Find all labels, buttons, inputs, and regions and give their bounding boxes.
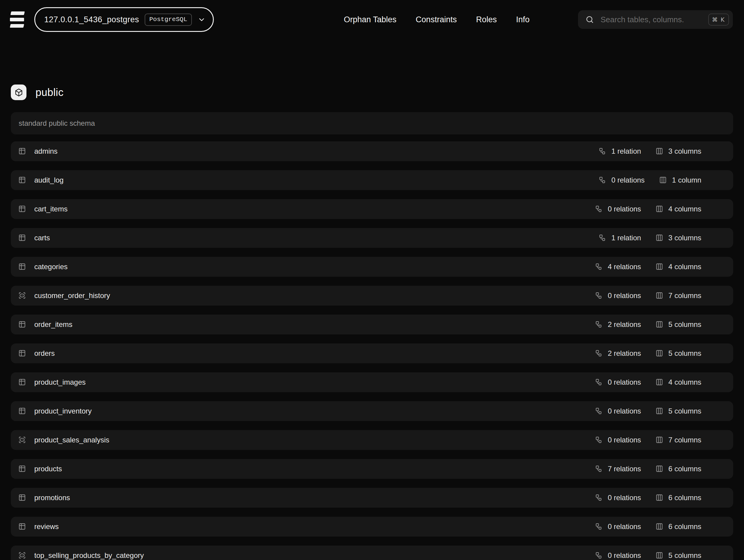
columns-stat: 6 columns: [656, 465, 701, 473]
table-row[interactable]: order_items 2 relations 5 columns: [11, 314, 733, 334]
table-icon: [18, 378, 26, 386]
columns-count: 3 columns: [669, 147, 701, 155]
cube-icon: [14, 88, 24, 97]
columns-icon: [656, 349, 663, 357]
row-stats: 0 relations 1 column: [598, 176, 701, 184]
nav-constraints[interactable]: Constraints: [416, 15, 457, 24]
nav-info[interactable]: Info: [516, 15, 530, 24]
table-row[interactable]: admins 1 relation 3 columns: [11, 141, 733, 161]
columns-count: 5 columns: [669, 349, 701, 358]
table-row[interactable]: reviews 0 relations 6 columns: [11, 517, 733, 536]
table-icon: [18, 523, 26, 530]
table-row[interactable]: carts 1 relation 3 columns: [11, 228, 733, 248]
table-icon: [18, 465, 26, 473]
table-row[interactable]: orders 2 relations 5 columns: [11, 343, 733, 363]
search-input[interactable]: Search tables, columns. ⌘ K: [578, 10, 733, 29]
table-name: audit_log: [34, 176, 64, 184]
relations-count: 7 relations: [608, 465, 641, 473]
relations-icon: [595, 552, 602, 559]
relations-stat: 0 relations: [598, 176, 645, 184]
columns-count: 6 columns: [669, 493, 701, 502]
menu-icon: [10, 24, 24, 28]
connection-selector[interactable]: 127.0.0.1_5436_postgres PostgreSQL: [34, 7, 214, 32]
row-stats: 2 relations 5 columns: [595, 320, 701, 329]
table-row[interactable]: promotions 0 relations 6 columns: [11, 488, 733, 508]
columns-stat: 3 columns: [656, 234, 701, 242]
relations-stat: 0 relations: [595, 205, 641, 213]
row-stats: 0 relations 7 columns: [595, 291, 701, 300]
top-bar: 127.0.0.1_5436_postgres PostgreSQL Orpha…: [0, 0, 744, 39]
table-row[interactable]: cart_items 0 relations 4 columns: [11, 199, 733, 219]
table-row[interactable]: product_sales_analysis 0 relations 7 col…: [11, 430, 733, 450]
relations-icon: [598, 176, 606, 184]
table-name: order_items: [34, 320, 72, 329]
relations-count: 0 relations: [608, 551, 641, 560]
relations-count: 0 relations: [608, 522, 641, 531]
table-row[interactable]: customer_order_history 0 relations 7 col…: [11, 286, 733, 306]
relations-stat: 0 relations: [595, 436, 641, 444]
table-icon: [18, 147, 26, 155]
nav-roles[interactable]: Roles: [476, 15, 497, 24]
row-stats: 1 relation 3 columns: [598, 234, 701, 242]
columns-stat: 4 columns: [656, 378, 701, 386]
columns-count: 4 columns: [669, 263, 701, 271]
row-stats: 0 relations 4 columns: [595, 205, 701, 213]
relations-count: 2 relations: [608, 320, 641, 329]
menu-icon: [10, 18, 24, 21]
relations-icon: [595, 523, 602, 530]
schema-badge[interactable]: [11, 84, 27, 100]
columns-stat: 5 columns: [656, 551, 701, 560]
table-name: cart_items: [34, 205, 68, 213]
search-placeholder: Search tables, columns.: [601, 15, 702, 24]
columns-icon: [656, 205, 663, 213]
row-stats: 0 relations 5 columns: [595, 551, 701, 560]
row-stats: 0 relations 6 columns: [595, 493, 701, 502]
columns-count: 4 columns: [669, 378, 701, 386]
relations-icon: [598, 147, 606, 155]
row-stats: 0 relations 6 columns: [595, 522, 701, 531]
table-name: top_selling_products_by_category: [34, 551, 144, 560]
schema-title: public: [36, 86, 64, 98]
chevron-down-icon: [197, 15, 206, 24]
main-nav: Orphan TablesConstraintsRolesInfo: [344, 15, 530, 24]
columns-icon: [656, 465, 663, 473]
row-stats: 2 relations 5 columns: [595, 349, 701, 358]
table-icon: [18, 494, 26, 501]
table-icon: [18, 263, 26, 270]
menu-button[interactable]: [10, 10, 26, 29]
columns-stat: 4 columns: [656, 205, 701, 213]
relations-stat: 2 relations: [595, 320, 641, 329]
view-icon: [18, 552, 26, 559]
columns-stat: 4 columns: [656, 263, 701, 271]
nav-orphan-tables[interactable]: Orphan Tables: [344, 15, 396, 24]
relations-stat: 0 relations: [595, 291, 641, 300]
row-stats: 1 relation 3 columns: [598, 147, 701, 155]
row-stats: 4 relations 4 columns: [595, 263, 701, 271]
table-name: orders: [34, 349, 55, 358]
table-icon: [18, 176, 26, 184]
table-row[interactable]: product_images 0 relations 4 columns: [11, 372, 733, 392]
columns-icon: [656, 321, 663, 328]
table-row[interactable]: audit_log 0 relations 1 column: [11, 170, 733, 190]
relations-count: 0 relations: [608, 436, 641, 444]
table-row[interactable]: top_selling_products_by_category 0 relat…: [11, 546, 733, 560]
columns-icon: [656, 494, 663, 501]
relations-count: 0 relations: [611, 176, 645, 184]
row-stats: 7 relations 6 columns: [595, 465, 701, 473]
relations-icon: [595, 378, 602, 386]
relations-count: 4 relations: [608, 263, 641, 271]
table-row[interactable]: categories 4 relations 4 columns: [11, 257, 733, 277]
columns-icon: [656, 523, 663, 530]
engine-badge: PostgreSQL: [145, 13, 192, 26]
table-name: categories: [34, 263, 68, 271]
table-name: products: [34, 465, 62, 473]
table-name: admins: [34, 147, 58, 155]
relations-stat: 2 relations: [595, 349, 641, 358]
table-icon: [18, 205, 26, 213]
table-row[interactable]: product_inventory 0 relations 5 columns: [11, 401, 733, 421]
table-row[interactable]: products 7 relations 6 columns: [11, 459, 733, 479]
table-icon: [18, 321, 26, 328]
search-icon: [586, 15, 594, 24]
relations-stat: 1 relation: [598, 147, 641, 155]
relations-stat: 1 relation: [598, 234, 641, 242]
